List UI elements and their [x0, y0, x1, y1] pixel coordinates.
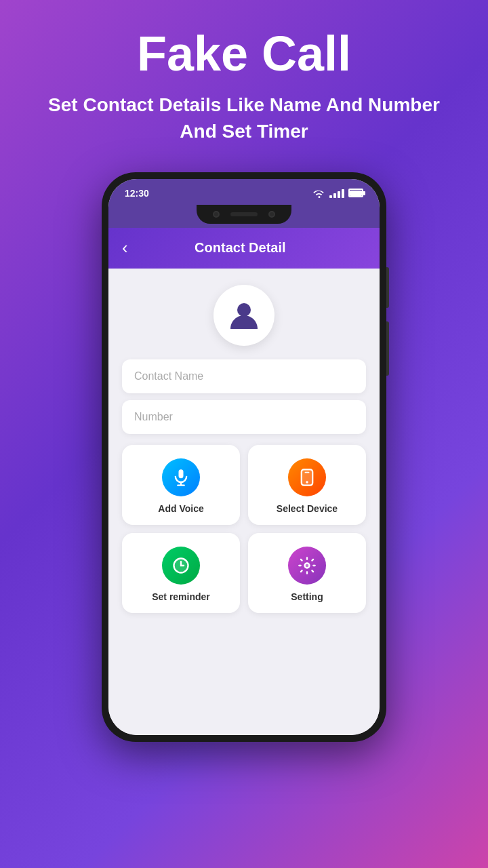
phone-frame: 12:30 — [102, 172, 386, 742]
status-time: 12:30 — [125, 188, 149, 199]
setting-label: Setting — [291, 591, 323, 602]
status-bar: 12:30 — [108, 179, 380, 205]
select-device-label: Select Device — [277, 503, 338, 514]
number-field[interactable]: Number — [122, 400, 366, 434]
set-reminder-card[interactable]: Set reminder — [122, 533, 240, 613]
gear-icon — [298, 556, 317, 575]
setting-icon-circle — [288, 547, 326, 585]
svg-point-6 — [305, 563, 310, 568]
screen-title: Contact Detail — [135, 240, 346, 256]
number-placeholder: Number — [134, 411, 173, 422]
person-icon — [227, 298, 261, 332]
app-subtitle: Set Contact Details Like Name And Number… — [41, 92, 447, 144]
signal-icon — [329, 189, 344, 198]
setting-card[interactable]: Setting — [248, 533, 366, 613]
front-sensor — [268, 211, 275, 218]
speaker — [230, 212, 258, 216]
notch-cutout — [197, 205, 291, 224]
contact-name-placeholder: Contact Name — [134, 370, 203, 382]
device-icon-circle — [288, 458, 326, 496]
svg-rect-1 — [179, 469, 184, 478]
avatar-container[interactable] — [214, 285, 274, 346]
notch-area — [108, 205, 380, 228]
battery-icon — [348, 189, 363, 197]
voice-icon-circle — [162, 458, 200, 496]
set-reminder-label: Set reminder — [152, 591, 210, 602]
svg-point-0 — [237, 303, 251, 317]
add-voice-card[interactable]: Add Voice — [122, 445, 240, 525]
phone-screen: 12:30 — [108, 179, 380, 735]
actions-grid: Add Voice Select Device — [122, 445, 366, 613]
microphone-icon — [171, 468, 190, 487]
svg-rect-4 — [305, 471, 310, 473]
wifi-icon — [313, 189, 325, 198]
contact-name-field[interactable]: Contact Name — [122, 359, 366, 393]
phone-icon — [298, 468, 317, 487]
app-title: Fake Call — [41, 27, 447, 81]
app-content: Contact Name Number — [108, 269, 380, 735]
app-header: ‹ Contact Detail — [108, 228, 380, 269]
promo-header: Fake Call Set Contact Details Like Name … — [0, 0, 488, 165]
add-voice-label: Add Voice — [158, 503, 203, 514]
select-device-card[interactable]: Select Device — [248, 445, 366, 525]
reminder-icon-circle — [162, 547, 200, 585]
clock-icon — [171, 556, 190, 575]
back-button[interactable]: ‹ — [122, 237, 128, 258]
phone-mockup: 12:30 — [102, 172, 386, 742]
svg-point-3 — [306, 481, 308, 484]
front-camera — [213, 211, 220, 218]
status-icons — [313, 189, 363, 198]
